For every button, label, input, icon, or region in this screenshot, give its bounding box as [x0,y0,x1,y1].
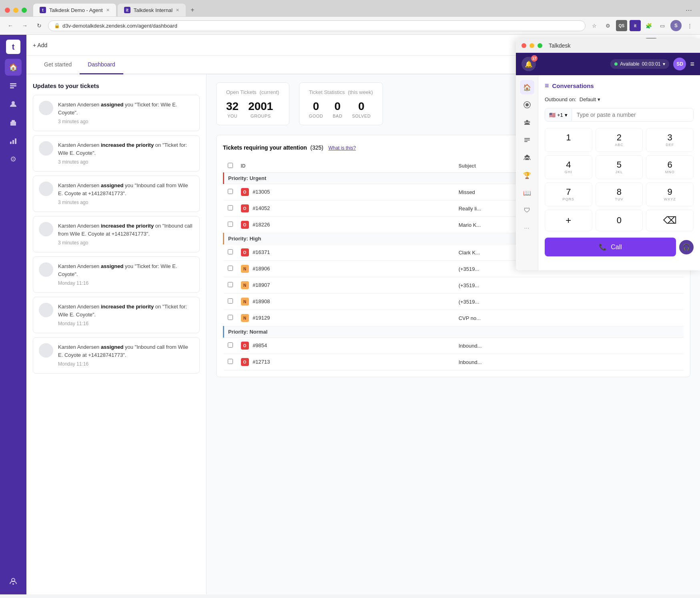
browser-profile-icon[interactable]: S [670,20,682,31]
update-item-3[interactable]: Karsten Andersen assigned you "Inbound c… [33,176,200,212]
talkdesk-nav-list[interactable] [520,133,534,147]
checkbox-18226[interactable] [224,217,237,233]
update-item-4[interactable]: Karsten Andersen increased the priority … [33,216,200,252]
checkbox-19129[interactable] [224,310,237,326]
ext-it-icon[interactable]: it [630,20,641,31]
checkbox-13005[interactable] [224,184,237,200]
sidebar-item-reports[interactable] [5,132,22,149]
window-minimize[interactable] [13,8,18,13]
dialpad-key-5[interactable]: 5 JKL [596,155,643,179]
sidebar-item-organizations[interactable] [5,114,22,131]
what-is-this-link[interactable]: What is this? [328,145,356,151]
tab-internal[interactable]: it Talkdesk Internal ✕ [118,4,186,16]
refresh-button[interactable]: ↻ [34,20,45,31]
extensions-icon[interactable]: ⚙ [602,20,614,31]
talkdesk-nav-book[interactable]: 📖 [520,186,534,200]
back-button[interactable]: ← [5,20,16,31]
dialpad-key-plus[interactable]: + [545,210,592,231]
update-item-5[interactable]: Karsten Andersen assigned you "Ticket fo… [33,256,200,293]
update-item-2[interactable]: Karsten Andersen increased the priority … [33,135,200,172]
sidebar-item-home[interactable]: 🏠 [5,59,22,76]
forward-button[interactable]: → [19,20,30,31]
window-close[interactable] [5,8,10,13]
tab-close-talkdesk[interactable]: ✕ [106,8,110,13]
ext-qs-icon[interactable]: QS [616,20,627,31]
tickets-attention-title: Tickets requiring your attention (325) W… [223,144,356,151]
agent-avatar[interactable]: SD [673,58,686,70]
ext-puzzle-icon[interactable]: 🧩 [643,20,654,31]
update-avatar-7 [39,343,53,358]
checkbox-9854[interactable] [224,338,237,354]
ticket-id-19129: N #19129 [237,310,455,326]
checkbox-18907[interactable] [224,277,237,294]
country-selector[interactable]: 🇺🇸 +1 ▾ [545,109,572,121]
update-time-6: Monday 11:16 [58,320,194,327]
svg-point-13 [526,103,529,106]
dialpad-key-4[interactable]: 4 GHI [545,155,592,179]
ticket-row-19129[interactable]: N #19129 CVP no... [224,310,684,326]
dialpad-key-9[interactable]: 9 WXYZ [646,182,694,206]
tab-get-started[interactable]: Get started [36,56,80,74]
dialpad-key-1[interactable]: 1 [545,128,592,152]
dialpad-key-7[interactable]: 7 PQRS [545,182,592,206]
add-button[interactable]: + Add [33,42,47,48]
availability-status[interactable]: Available 00:03:01 ▾ [610,59,669,69]
talkdesk-nav-more[interactable]: ··· [520,221,534,235]
select-all-checkbox[interactable] [228,163,233,168]
update-avatar-2 [39,141,53,156]
sidebar-toggle-icon[interactable]: ▭ [657,20,668,31]
checkbox-18908[interactable] [224,294,237,310]
stat-solved: 0 SOLVED [352,100,371,118]
talkdesk-nav-dialer[interactable] [520,98,534,112]
dialpad-key-backspace[interactable]: ⌫ [646,210,694,231]
headset-button[interactable]: 🎧 [679,240,694,254]
talkdesk-menu-icon[interactable]: ≡ [690,60,694,68]
talkdesk-nav-trophy[interactable]: 🏆 [520,168,534,182]
badge-16371: O [241,248,249,256]
dialpad-key-0[interactable]: 0 [596,210,643,231]
talkdesk-nav-home[interactable]: 🏠 [520,80,534,94]
outbound-select[interactable]: Default ▾ [580,96,600,102]
ticket-row-18908[interactable]: N #18908 (+3519... [224,294,684,310]
update-item-6[interactable]: Karsten Andersen increased the priority … [33,297,200,333]
app-logo[interactable]: t [6,40,20,54]
window-maximize[interactable] [22,8,27,13]
dialpad-key-3[interactable]: 3 DEF [646,128,694,152]
talkdesk-minimize-dot[interactable] [530,43,534,48]
update-item-7[interactable]: Karsten Andersen assigned you "Inbound c… [33,337,200,374]
ticket-row-9854[interactable]: O #9854 Inbound... [224,338,684,354]
phone-number-input[interactable] [572,108,693,121]
checkbox-16371[interactable] [224,244,237,261]
badge-18906: N [241,265,249,273]
tab-dashboard[interactable]: Dashboard [80,56,123,74]
bookmark-icon[interactable]: ☆ [589,20,600,31]
notification-bell[interactable]: 🔔 17 [521,57,536,71]
priority-normal-row: Priority: Normal [224,326,684,338]
call-button[interactable]: 📞 Call [545,238,676,256]
checkbox-14052[interactable] [224,200,237,217]
checkbox-12713[interactable] [224,354,237,370]
tab-talkdesk-demo[interactable]: t Talkdesk Demo - Agent ✕ [33,4,116,16]
dialpad-key-8[interactable]: 8 TUV [596,182,643,206]
new-tab-button[interactable]: + [187,3,197,17]
update-item-1[interactable]: Karsten Andersen assigned you "Ticket fo… [33,95,200,131]
tab-close-internal[interactable]: ✕ [176,8,179,13]
talkdesk-close-dot[interactable] [521,43,526,48]
talkdesk-nav-team[interactable] [520,150,534,165]
tabs-overflow[interactable]: ⋯ [682,6,695,14]
sidebar-item-settings[interactable]: ⚙ [5,151,22,168]
dialpad-key-6[interactable]: 6 MNO [646,155,694,179]
checkbox-18906[interactable] [224,261,237,277]
dialpad-key-2[interactable]: 2 ABC [596,128,643,152]
talkdesk-nav-contacts[interactable] [520,115,534,130]
ticket-row-12713[interactable]: O #12713 Inbound... [224,354,684,370]
talkdesk-maximize-dot[interactable] [538,43,542,48]
browser-menu-icon[interactable]: ⋮ [684,20,695,31]
talkdesk-main-panel: ≡ Conversations Outbound on: Default ▾ 🇺… [538,75,700,270]
sidebar-item-tickets[interactable] [5,77,22,94]
sidebar-item-agent[interactable] [5,573,22,590]
sidebar-item-contacts[interactable] [5,96,22,112]
talkdesk-nav-shield[interactable]: 🛡 [520,203,534,218]
address-bar[interactable]: 🔒 d3v-demotalkdesk.zendesk.com/agent/das… [48,20,586,31]
ticket-row-18907[interactable]: N #18907 (+3519... [224,277,684,294]
